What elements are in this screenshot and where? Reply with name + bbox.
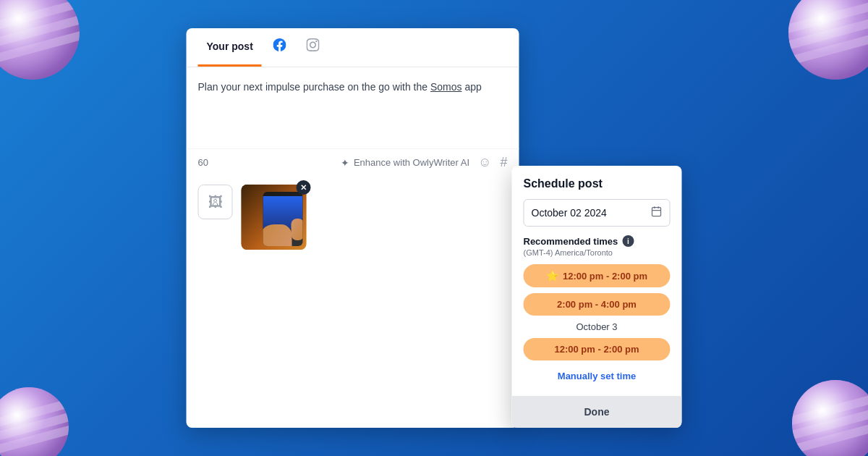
info-icon[interactable]: i bbox=[622, 235, 634, 247]
composer-body: Plan your next impulse purchase on the g… bbox=[187, 67, 519, 148]
schedule-title: Schedule post bbox=[524, 177, 671, 190]
hashtag-icon[interactable]: # bbox=[500, 155, 507, 170]
date-input[interactable]: October 02 2024 bbox=[524, 199, 671, 227]
tab-your-post[interactable]: Your post bbox=[198, 28, 262, 67]
decorative-ball-top-left bbox=[0, 0, 80, 80]
post-text-before-brand: Plan your next impulse purchase on the g… bbox=[198, 81, 430, 93]
recommended-section: Recommended times i (GMT-4) America/Toro… bbox=[512, 235, 682, 396]
media-thumbnail: ✕ bbox=[242, 185, 307, 250]
time-slot-3[interactable]: 12:00 pm - 2:00 pm bbox=[524, 338, 671, 360]
enhance-ai-button[interactable]: ✦ Enhance with OwlyWriter AI bbox=[341, 157, 469, 169]
schedule-header: Schedule post October 02 2024 bbox=[512, 166, 682, 235]
time-slot-1[interactable]: ⭐ 12:00 pm - 2:00 pm bbox=[524, 264, 671, 287]
facebook-icon bbox=[273, 38, 286, 54]
svg-rect-0 bbox=[652, 208, 661, 216]
decorative-ball-top-right bbox=[788, 0, 868, 80]
done-button[interactable]: Done bbox=[512, 396, 682, 428]
manually-set-label: Manually set time bbox=[558, 371, 636, 381]
sparkle-icon: ✦ bbox=[341, 157, 349, 169]
time-slot-3-label: 12:00 pm - 2:00 pm bbox=[554, 344, 639, 355]
media-area: 🖼 ✕ bbox=[187, 176, 519, 261]
tab-instagram[interactable] bbox=[298, 28, 328, 67]
composer-card: Your post Plan your next impulse bbox=[187, 28, 519, 428]
recommended-label: Recommended times i bbox=[524, 235, 671, 247]
add-media-button[interactable]: 🖼 bbox=[198, 185, 233, 219]
media-image bbox=[242, 185, 307, 250]
enhance-label: Enhance with OwlyWriter AI bbox=[354, 157, 469, 168]
instagram-icon bbox=[307, 38, 320, 54]
manually-set-time-button[interactable]: Manually set time bbox=[524, 366, 671, 390]
time-slot-2-label: 2:00 pm - 4:00 pm bbox=[557, 299, 637, 310]
brand-link: Somos bbox=[430, 81, 462, 93]
decorative-ball-bottom-left bbox=[0, 387, 69, 456]
emoji-icon[interactable]: ☺ bbox=[478, 155, 491, 170]
date-value: October 02 2024 bbox=[532, 207, 645, 219]
time-slot-2[interactable]: 2:00 pm - 4:00 pm bbox=[524, 293, 671, 316]
calendar-icon[interactable] bbox=[651, 206, 663, 220]
post-text-after-brand: app bbox=[462, 81, 482, 93]
composer-toolbar: 60 ✦ Enhance with OwlyWriter AI ☺ # bbox=[187, 148, 519, 176]
post-text-area[interactable]: Plan your next impulse purchase on the g… bbox=[198, 79, 508, 137]
main-container: Your post Plan your next impulse bbox=[187, 28, 682, 428]
star-icon: ⭐ bbox=[546, 270, 558, 282]
image-placeholder-icon: 🖼 bbox=[208, 194, 223, 211]
composer-tabs: Your post bbox=[187, 28, 519, 67]
recommended-text: Recommended times bbox=[524, 236, 618, 247]
tab-your-post-label: Your post bbox=[207, 41, 253, 52]
schedule-panel: Schedule post October 02 2024 Recommende… bbox=[512, 166, 682, 428]
remove-media-button[interactable]: ✕ bbox=[297, 180, 311, 195]
tab-facebook[interactable] bbox=[265, 28, 295, 67]
time-slot-1-label: 12:00 pm - 2:00 pm bbox=[563, 271, 647, 282]
timezone-label: (GMT-4) America/Toronto bbox=[524, 248, 671, 257]
decorative-ball-bottom-right bbox=[792, 380, 868, 456]
close-icon: ✕ bbox=[300, 183, 307, 193]
char-count: 60 bbox=[198, 157, 208, 168]
date-divider: October 3 bbox=[524, 321, 671, 332]
